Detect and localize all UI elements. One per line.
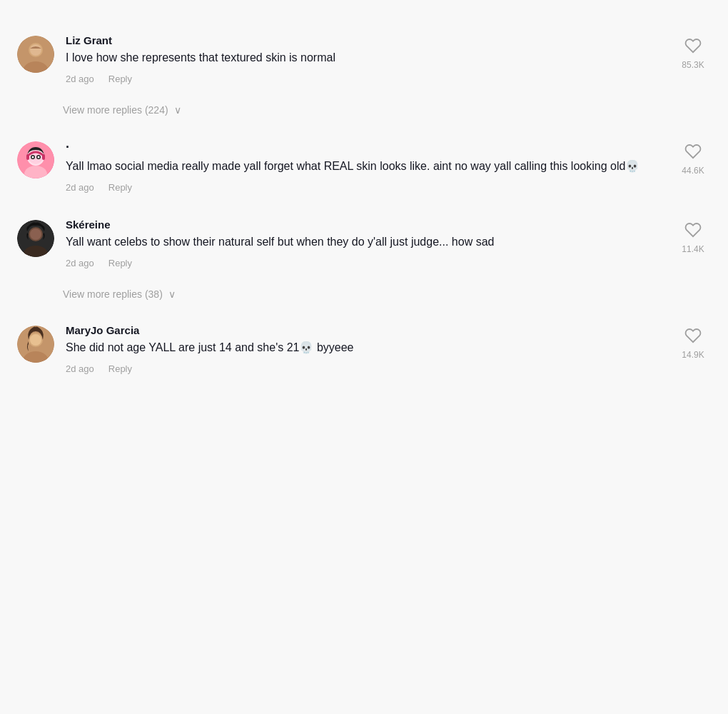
view-replies-button[interactable]: View more replies (224) ∨ (0, 97, 728, 127)
svg-point-17 (30, 228, 41, 240)
comment-meta: 2d ago Reply (66, 258, 664, 268)
heart-icon[interactable] (684, 143, 702, 163)
like-count: 44.6K (682, 166, 704, 176)
like-section: 85.3K (675, 37, 711, 90)
like-section: 44.6K (675, 143, 711, 198)
comment-timestamp: 2d ago (66, 74, 94, 84)
comment-body: MaryJo Garcia She did not age YALL are j… (66, 324, 664, 380)
like-count: 11.4K (682, 244, 704, 254)
comment-meta: 2d ago Reply (66, 363, 664, 374)
comment-item: · Yall lmao social media really made yal… (0, 127, 728, 206)
heart-icon[interactable] (684, 37, 702, 57)
chevron-down-icon: ∨ (174, 104, 181, 116)
like-section: 14.9K (675, 327, 711, 380)
comment-item: MaryJo Garcia She did not age YALL are j… (0, 311, 728, 387)
like-section: 11.4K (675, 221, 711, 274)
view-replies-button[interactable]: View more replies (38) ∨ (0, 281, 728, 311)
comment-meta: 2d ago Reply (66, 182, 664, 193)
comment-timestamp: 2d ago (66, 363, 94, 374)
view-replies-label: View more replies (38) (63, 288, 163, 300)
like-count: 85.3K (682, 60, 704, 70)
comment-text: Yall want celebs to show their natural s… (66, 233, 651, 251)
like-count: 14.9K (682, 350, 704, 360)
reply-button[interactable]: Reply (108, 74, 132, 84)
chevron-down-icon: ∨ (168, 288, 176, 300)
svg-point-3 (30, 44, 41, 56)
reply-button[interactable]: Reply (108, 258, 132, 268)
reply-button[interactable]: Reply (108, 363, 132, 374)
svg-point-21 (30, 334, 41, 346)
comment-body: Skéreine Yall want celebs to show their … (66, 218, 664, 274)
comment-item: Skéreine Yall want celebs to show their … (0, 206, 728, 281)
view-replies-label: View more replies (224) (63, 104, 168, 116)
avatar (17, 36, 54, 73)
comment-username: MaryJo Garcia (66, 324, 664, 336)
comment-body: Liz Grant I love how she represents that… (66, 34, 664, 90)
svg-point-11 (32, 156, 34, 159)
avatar (17, 220, 54, 257)
comment-meta: 2d ago Reply (66, 74, 664, 84)
comment-timestamp: 2d ago (66, 258, 94, 268)
comment-text: I love how she represents that textured … (66, 49, 651, 66)
heart-icon[interactable] (684, 221, 702, 241)
comment-text: Yall lmao social media really made yall … (66, 158, 651, 175)
comment-username: Skéreine (66, 218, 664, 231)
reply-button[interactable]: Reply (108, 182, 132, 193)
comment-body: · Yall lmao social media really made yal… (66, 140, 664, 198)
svg-point-12 (38, 156, 40, 159)
avatar (17, 141, 54, 178)
avatar (17, 326, 54, 363)
comment-dot: · (66, 140, 664, 155)
comment-item: Liz Grant I love how she represents that… (0, 21, 728, 97)
comment-username: Liz Grant (66, 34, 664, 46)
comment-text: She did not age YALL are just 14 and she… (66, 339, 651, 356)
comment-timestamp: 2d ago (66, 182, 94, 193)
comments-section: Liz Grant I love how she represents that… (0, 14, 728, 394)
heart-icon[interactable] (684, 327, 702, 347)
